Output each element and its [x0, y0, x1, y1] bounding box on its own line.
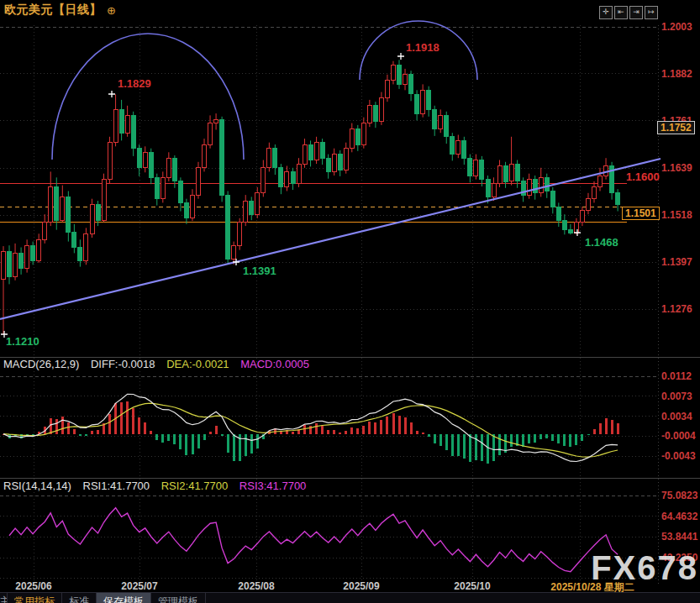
rsi2-value: RSI2:41.7700: [161, 480, 229, 492]
macd-diff-value: DIFF:-0.0018: [91, 358, 155, 370]
tab-保存模板[interactable]: 保存模板: [97, 593, 151, 603]
date-tick-label: 2025/08: [238, 580, 274, 592]
axis-value-label: 1.1639: [661, 162, 692, 174]
extreme-price-annotation: 1.1210: [6, 335, 39, 348]
axis-value-label: 1.1882: [661, 68, 692, 80]
rsi1-value: RSI1:41.7700: [83, 480, 150, 492]
add-compare-icon[interactable]: ⊕: [107, 5, 116, 16]
compress-scale-icon[interactable]: ⇤: [614, 6, 628, 19]
chart-toolbar: ✛⇤⇥↦: [599, 6, 658, 19]
macd-dea-value: DEA:-0.0021: [166, 358, 229, 370]
rsi-header: RSI(14,14,14) RSI1:41.7700 RSI2:41.7700 …: [3, 480, 314, 492]
symbol-title: 欧元美元【日线】: [4, 3, 102, 18]
extreme-price-annotation: 1.1391: [243, 265, 276, 277]
jump-to-latest-icon[interactable]: ↦: [645, 6, 658, 19]
resistance-level-label: 1.1600: [626, 170, 660, 183]
tab-主图[interactable]: 主图: [0, 593, 8, 603]
axis-value-label: 64.4632: [661, 511, 697, 522]
rsi3-value: RSI3:41.7700: [239, 480, 307, 492]
extreme-price-annotation: 1.1918: [406, 41, 439, 54]
tab-管理模板[interactable]: 管理模板: [151, 593, 206, 603]
axis-value-label: 53.8441: [661, 531, 697, 543]
date-tick-label: 2025/07: [121, 580, 157, 592]
fx678-watermark: FX678: [591, 549, 698, 587]
extreme-price-annotation: 1.1829: [118, 77, 151, 90]
expand-scale-icon[interactable]: ⇥: [629, 6, 643, 19]
tab-常用指标[interactable]: 常用指标: [8, 593, 62, 603]
macd-macd-value: MACD:0.0005: [240, 358, 309, 370]
rsi-params: RSI(14,14,14): [3, 480, 71, 492]
macd-params: MACD(26,12,9): [3, 358, 79, 370]
axis-value-label: 0.0073: [661, 391, 692, 402]
axis-value-label: 1.1276: [661, 303, 692, 315]
axis-value-label: 75.0823: [661, 490, 697, 501]
extreme-price-annotation: 1.1468: [585, 236, 618, 249]
date-tick-label: 2025/06: [15, 580, 51, 592]
tab-标准[interactable]: 标准: [62, 593, 97, 603]
axis-value-label: 0.0034: [661, 411, 692, 422]
axis-value-label: -0.0043: [661, 450, 696, 462]
axis-value-label: 1.1397: [661, 256, 692, 268]
chart-window: 欧元美元【日线】 ⊕ ✛⇤⇥↦ 1.20031.18821.17611.1639…: [0, 0, 700, 603]
axis-value-label: 1.1518: [661, 209, 692, 221]
date-tick-label: 2025/09: [343, 580, 379, 592]
axis-value-label: -0.0004: [661, 430, 696, 442]
move-tool-icon[interactable]: ✛: [599, 6, 613, 19]
support-level-tag: 1.1501: [622, 207, 660, 220]
axis-value-label: 1.2003: [661, 21, 692, 33]
chart-canvas[interactable]: [0, 0, 700, 588]
current-price-tag: 1.1752: [657, 121, 695, 134]
bottom-tabbar: 主图常用指标标准保存模板管理模板: [0, 592, 700, 603]
macd-header: MACD(26,12,9) DIFF:-0.0018 DEA:-0.0021 M…: [3, 358, 318, 370]
titlebar: 欧元美元【日线】 ⊕: [4, 3, 116, 18]
date-tick-label: 2025/10: [454, 580, 490, 592]
axis-value-label: 0.0112: [661, 370, 692, 382]
